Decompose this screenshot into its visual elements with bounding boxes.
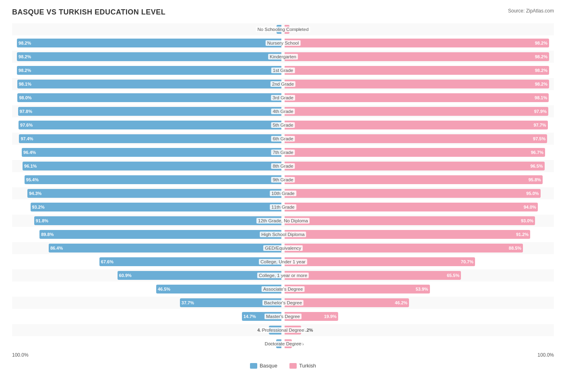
bar-left: 98.1%	[17, 80, 281, 88]
row-label: 2nd Grade	[271, 81, 295, 87]
row-inner: 97.4% 6th Grade 97.5%	[12, 133, 554, 144]
bar-right: 97.9%	[285, 107, 548, 116]
row-inner: 98.2% 1st Grade 98.2%	[12, 65, 554, 76]
left-side: 97.8%	[12, 106, 283, 117]
bar-left: 98.2%	[17, 52, 281, 61]
left-side: 1.8%	[12, 24, 283, 35]
right-side: 1.8%	[283, 24, 554, 35]
val-right: 88.5%	[509, 246, 521, 250]
right-side: 70.7%	[283, 257, 554, 267]
bar-right: 96.5%	[285, 162, 545, 170]
row-label: Associate's Degree	[262, 286, 305, 292]
legend-basque-label: Basque	[260, 363, 277, 369]
chart-row: 98.2% 1st Grade 98.2%	[12, 64, 554, 76]
chart-row: 60.9% College, 1 year or more 65.5%	[12, 269, 554, 281]
right-side: 98.2%	[283, 38, 554, 48]
bar-right: 97.7%	[285, 121, 548, 129]
chart-row: 96.1% 8th Grade 96.5%	[12, 160, 554, 172]
val-right: 95.0%	[526, 191, 539, 196]
right-side: 98.2%	[283, 79, 554, 89]
row-inner: 95.4% 9th Grade 95.8%	[12, 174, 554, 185]
legend-basque: Basque	[250, 363, 277, 369]
right-side: 96.7%	[283, 147, 554, 158]
val-left: 98.2%	[19, 54, 31, 59]
row-inner: 97.8% 4th Grade 97.9%	[12, 106, 554, 117]
row-label: 12th Grade, No Diploma	[256, 218, 310, 224]
bar-left: 98.2%	[17, 39, 281, 47]
bar-right: 65.5%	[285, 271, 461, 280]
left-side: 93.2%	[12, 202, 283, 212]
bar-right: 98.2%	[285, 66, 549, 75]
chart-title: BASQUE VS TURKISH EDUCATION LEVEL	[12, 8, 165, 18]
row-label: 4th Grade	[271, 109, 295, 114]
bar-left: 96.4%	[22, 148, 281, 157]
bar-left: 95.4%	[25, 175, 281, 184]
left-side: 1.9%	[12, 339, 283, 349]
val-left: 67.6%	[101, 259, 114, 264]
right-side: 96.5%	[283, 161, 554, 171]
bar-right: 91.2%	[285, 230, 530, 239]
chart-row: 37.7% Bachelor's Degree 46.2%	[12, 297, 554, 309]
val-right: 96.5%	[530, 164, 543, 168]
row-inner: 89.8% High School Diploma 91.2%	[12, 229, 554, 240]
bar-left: 67.6%	[99, 257, 281, 266]
bar-left: 93.2%	[31, 203, 282, 211]
chart-row: 93.2% 11th Grade 94.0%	[12, 201, 554, 213]
row-inner: 67.6% College, Under 1 year 70.7%	[12, 257, 554, 267]
legend: Basque Turkish	[12, 363, 554, 369]
val-right: 95.8%	[529, 177, 541, 182]
val-right: 70.7%	[461, 259, 473, 264]
bar-left: 97.6%	[19, 121, 281, 129]
bar-right: 70.7%	[285, 257, 475, 266]
val-left: 96.4%	[23, 150, 36, 155]
left-side: 98.0%	[12, 92, 283, 103]
row-label: 1st Grade	[271, 68, 295, 73]
row-label: Professional Degree	[260, 327, 306, 333]
row-inner: 96.1% 8th Grade 96.5%	[12, 161, 554, 171]
row-inner: 98.0% 3rd Grade 98.1%	[12, 92, 554, 103]
chart-row: 1.8% No Schooling Completed 1.8%	[12, 23, 554, 35]
left-side: 14.7%	[12, 311, 283, 322]
val-right: 53.9%	[415, 287, 428, 291]
row-label: College, 1 year or more	[257, 273, 309, 278]
bar-right: 94.0%	[285, 203, 538, 211]
row-inner: 4.6% Professional Degree 6.2%	[12, 325, 554, 335]
val-left: 95.4%	[26, 177, 39, 182]
axis-left: 100.0%	[12, 352, 29, 358]
left-side: 37.7%	[12, 298, 283, 308]
right-side: 19.9%	[283, 311, 554, 322]
source-label: Source: ZipAtlas.com	[508, 8, 554, 14]
left-side: 97.4%	[12, 133, 283, 144]
row-label: Bachelor's Degree	[262, 300, 304, 306]
bar-left: 89.8%	[39, 230, 281, 239]
left-side: 98.2%	[12, 65, 283, 76]
right-side: 98.2%	[283, 65, 554, 76]
val-left: 97.6%	[20, 123, 33, 127]
chart-row: 46.5% Associate's Degree 53.9%	[12, 283, 554, 295]
val-right: 98.2%	[535, 68, 547, 73]
left-side: 4.6%	[12, 325, 283, 335]
row-label: 7th Grade	[271, 150, 295, 155]
row-label: 5th Grade	[271, 122, 295, 128]
chart-row: 1.9% Doctorate Degree 2.7%	[12, 338, 554, 350]
bar-right: 98.2%	[285, 39, 549, 47]
val-left: 98.1%	[19, 82, 31, 86]
bar-right: 96.7%	[285, 148, 545, 157]
left-side: 98.2%	[12, 38, 283, 48]
bar-right: 97.5%	[285, 134, 547, 143]
chart-row: 4.6% Professional Degree 6.2%	[12, 324, 554, 336]
chart-row: 86.4% GED/Equivalency 88.5%	[12, 242, 554, 254]
val-left: 96.1%	[24, 164, 37, 168]
val-right: 98.2%	[535, 54, 547, 59]
bar-right: 95.0%	[285, 189, 541, 198]
val-right: 93.0%	[521, 218, 533, 223]
right-side: 97.5%	[283, 133, 554, 144]
val-right: 98.2%	[535, 41, 547, 45]
row-label: 9th Grade	[271, 177, 295, 183]
chart-row: 94.3% 10th Grade 95.0%	[12, 187, 554, 199]
val-right: 94.0%	[524, 205, 536, 209]
val-right: 46.2%	[395, 300, 407, 305]
row-inner: 1.9% Doctorate Degree 2.7%	[12, 339, 554, 349]
bar-left: 98.2%	[17, 66, 281, 75]
right-side: 98.2%	[283, 51, 554, 62]
